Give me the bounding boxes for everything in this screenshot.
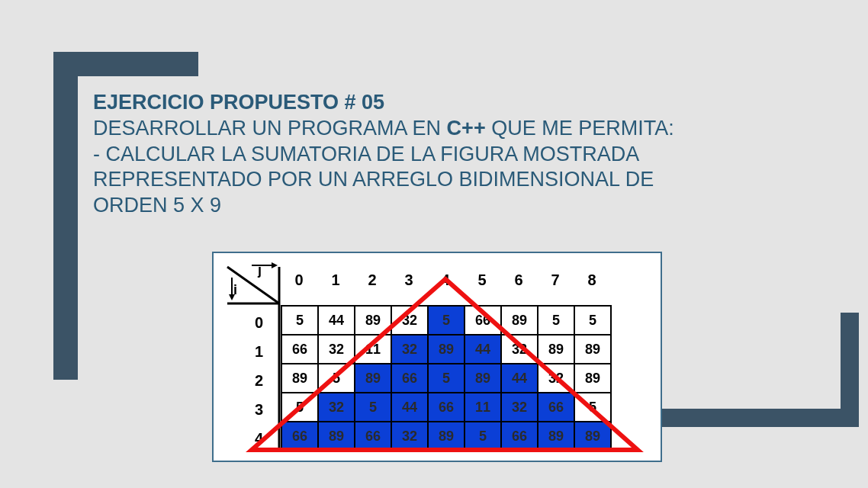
matrix-cell: 89 xyxy=(281,364,318,393)
matrix-cell: 89 xyxy=(318,422,355,451)
matrix-cell: 89 xyxy=(574,364,611,393)
matrix-cell: 5 xyxy=(281,393,318,422)
matrix-cell: 5 xyxy=(318,364,355,393)
row-header: 1 xyxy=(255,337,263,366)
matrix-cell: 32 xyxy=(318,335,355,364)
col-header: 7 xyxy=(537,271,574,289)
matrix-cell: 32 xyxy=(391,422,428,451)
matrix-cell: 66 xyxy=(465,306,501,335)
matrix-cell: 89 xyxy=(538,422,574,451)
matrix-cell: 89 xyxy=(574,422,611,451)
matrix-figure: j i 012345678 01234 54489325668955663211… xyxy=(212,252,662,462)
matrix-cell: 66 xyxy=(281,422,318,451)
row-header: 3 xyxy=(255,395,263,424)
matrix-cell: 66 xyxy=(501,422,538,451)
matrix-cell: 5 xyxy=(281,306,318,335)
matrix-cell: 5 xyxy=(428,364,465,393)
matrix-cell: 32 xyxy=(391,306,428,335)
col-header: 4 xyxy=(427,271,464,289)
i-axis-label: i xyxy=(233,282,237,298)
col-header: 1 xyxy=(317,271,354,289)
matrix-cell: 44 xyxy=(501,364,538,393)
matrix-cell: 66 xyxy=(355,422,391,451)
exercise-line-2: - CALCULAR LA SUMATORIA DE LA FIGURA MOS… xyxy=(93,142,810,168)
exercise-text: EJERCICIO PROPUESTO # 05 DESARROLLAR UN … xyxy=(93,90,810,219)
matrix-cell: 66 xyxy=(428,393,465,422)
matrix-cell: 32 xyxy=(318,393,355,422)
col-header: 3 xyxy=(391,271,427,289)
matrix-cell: 66 xyxy=(538,393,574,422)
matrix-cell: 32 xyxy=(538,364,574,393)
row-headers: 01234 xyxy=(255,308,263,453)
matrix-cell: 5 xyxy=(538,306,574,335)
matrix-cell: 44 xyxy=(318,306,355,335)
matrix-cell: 44 xyxy=(391,393,428,422)
matrix-cell: 5 xyxy=(428,306,465,335)
row-header: 2 xyxy=(255,366,263,395)
column-headers: 012345678 xyxy=(281,271,610,289)
col-header: 8 xyxy=(574,271,610,289)
matrix-cell: 32 xyxy=(391,335,428,364)
matrix-cell: 89 xyxy=(428,422,465,451)
matrix-cell: 5 xyxy=(574,393,611,422)
matrix-cell: 89 xyxy=(574,335,611,364)
matrix-cell: 89 xyxy=(355,306,391,335)
matrix-cell: 11 xyxy=(355,335,391,364)
col-header: 2 xyxy=(354,271,391,289)
matrix-cell: 89 xyxy=(465,364,501,393)
row-header: 0 xyxy=(255,308,263,337)
matrix-cell: 5 xyxy=(574,306,611,335)
matrix-cell: 32 xyxy=(501,393,538,422)
j-axis-label: j xyxy=(258,262,262,278)
matrix-cell: 5 xyxy=(355,393,391,422)
matrix-cell: 89 xyxy=(355,364,391,393)
col-header: 0 xyxy=(281,271,317,289)
svg-marker-4 xyxy=(272,262,278,268)
matrix-cell: 32 xyxy=(501,335,538,364)
matrix-grid: 5448932566895566321132894432898989589665… xyxy=(281,305,612,451)
matrix-cell: 89 xyxy=(501,306,538,335)
col-header: 5 xyxy=(464,271,500,289)
exercise-line-1: DESARROLLAR UN PROGRAMA EN C++ QUE ME PE… xyxy=(93,116,810,142)
matrix-cell: 44 xyxy=(465,335,501,364)
matrix-cell: 66 xyxy=(391,364,428,393)
row-header: 4 xyxy=(255,424,263,453)
matrix-cell: 89 xyxy=(428,335,465,364)
corner-decoration-top xyxy=(53,52,78,380)
matrix-cell: 11 xyxy=(465,393,501,422)
exercise-line-4: ORDEN 5 X 9 xyxy=(93,193,810,219)
col-header: 6 xyxy=(500,271,537,289)
matrix-cell: 89 xyxy=(538,335,574,364)
matrix-cell: 66 xyxy=(281,335,318,364)
exercise-title: EJERCICIO PROPUESTO # 05 xyxy=(93,90,810,116)
matrix-cell: 5 xyxy=(465,422,501,451)
exercise-line-3: REPRESENTADO POR UN ARREGLO BIDIMENSIONA… xyxy=(93,167,810,193)
